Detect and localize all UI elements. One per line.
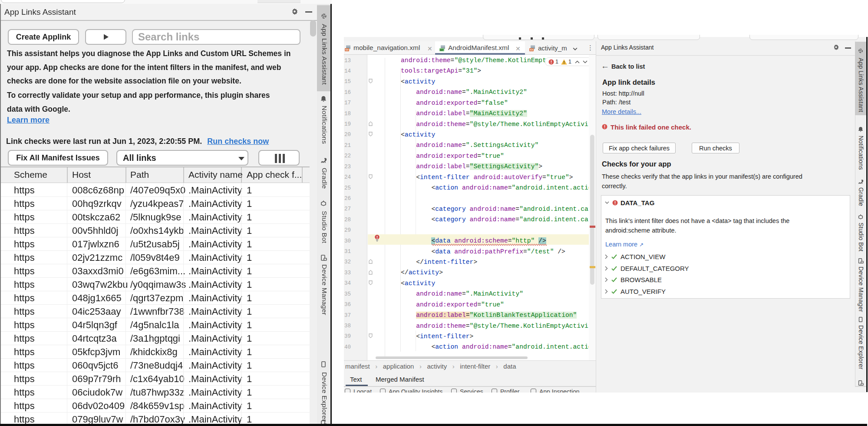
svg-text:<>: <> <box>345 48 349 51</box>
svg-text:<>: <> <box>530 48 533 51</box>
svg-text:MF: MF <box>440 49 444 51</box>
